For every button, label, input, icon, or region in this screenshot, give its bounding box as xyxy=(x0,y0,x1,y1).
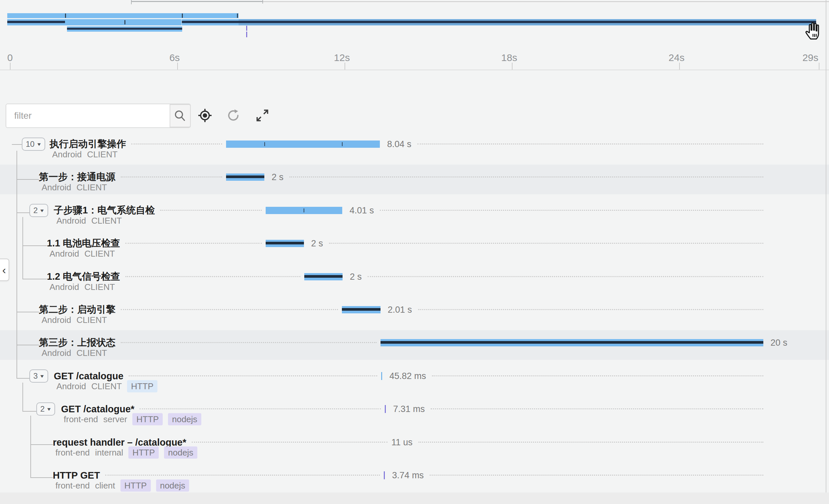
service-name: Android xyxy=(42,183,71,193)
span-duration-label: 2 s xyxy=(311,238,323,249)
span-service-tags: AndroidCLIENT xyxy=(49,249,115,259)
span-operation-name[interactable]: 1.1 电池电压检查 xyxy=(47,237,120,250)
dotted-leader xyxy=(125,276,300,277)
span-duration-bar[interactable] xyxy=(226,141,380,148)
dotted-leader xyxy=(368,276,763,277)
span-row[interactable]: 3▼GET /catalogueAndroidCLIENTHTTP45.82 m… xyxy=(0,365,829,398)
dotted-leader xyxy=(105,475,380,476)
dotted-leader xyxy=(121,342,376,343)
span-micro-bar[interactable] xyxy=(384,471,385,479)
tree-branch-line xyxy=(16,312,39,312)
span-duration-label: 20 s xyxy=(770,338,787,348)
span-duration-bar[interactable] xyxy=(304,273,343,280)
span-service-tags: AndroidCLIENT xyxy=(42,348,107,358)
collapse-children-chip[interactable]: 2▼ xyxy=(36,402,55,416)
bar-child-boundary-tick xyxy=(342,142,343,146)
tree-branch-line xyxy=(16,378,29,379)
dotted-leader xyxy=(125,243,262,244)
dotted-leader xyxy=(418,309,763,310)
tree-branch-line xyxy=(23,245,47,246)
dotted-leader xyxy=(418,144,763,145)
span-micro-bar[interactable] xyxy=(381,372,382,380)
span-operation-name[interactable]: 第三步：上报状态 xyxy=(39,336,115,349)
span-service-tags: AndroidCLIENT xyxy=(49,282,115,292)
collapse-panel-button[interactable]: ‹ xyxy=(0,259,9,281)
bar-child-boundary-tick xyxy=(303,208,304,212)
span-service-tags: AndroidCLIENTHTTP xyxy=(57,380,157,392)
dotted-leader xyxy=(430,475,763,476)
right-edge-border xyxy=(826,0,826,493)
tree-guideline xyxy=(23,217,23,279)
tag-badge: HTTP xyxy=(127,380,157,392)
service-name: Android xyxy=(49,249,79,259)
tree-guideline xyxy=(23,383,23,411)
chevron-left-icon: ‹ xyxy=(2,264,6,276)
dotted-leader xyxy=(160,210,262,211)
collapse-children-chip[interactable]: 3▼ xyxy=(29,370,48,383)
span-duration-label: 2.01 s xyxy=(388,305,412,315)
span-service-tags: front-endclientHTTPnodejs xyxy=(56,479,189,492)
chevron-down-icon: ▼ xyxy=(46,407,52,412)
dotted-leader xyxy=(431,409,763,409)
span-row[interactable]: 2▼GET /catalogue*front-endserverHTTPnode… xyxy=(0,398,829,431)
span-duration-bar[interactable] xyxy=(266,207,342,214)
span-row[interactable]: request handler – /catalogue*front-endin… xyxy=(0,432,829,465)
span-operation-name[interactable]: 第二步：启动引擎 xyxy=(39,303,115,316)
span-duration-bar[interactable] xyxy=(226,173,264,181)
span-service-tags: front-endserverHTTPnodejs xyxy=(64,413,201,426)
chip-count: 2 xyxy=(33,206,38,215)
service-name: CLIENT xyxy=(84,249,115,259)
span-duration-bar[interactable] xyxy=(342,306,380,313)
service-name: internal xyxy=(95,448,123,458)
tag-badge: nodejs xyxy=(164,447,197,459)
span-row[interactable]: 1.2 电气信号检查AndroidCLIENT2 s xyxy=(0,266,829,299)
dotted-leader xyxy=(140,409,381,409)
chevron-down-icon: ▼ xyxy=(36,142,42,147)
tag-badge: nodejs xyxy=(168,413,201,426)
tag-badge: nodejs xyxy=(156,479,189,492)
span-row[interactable]: 第三步：上报状态AndroidCLIENT20 s xyxy=(0,332,829,365)
service-name: CLIENT xyxy=(77,183,107,193)
dotted-leader xyxy=(380,210,763,211)
bottom-strip xyxy=(0,493,829,504)
tag-badge: HTTP xyxy=(132,413,163,426)
chip-count: 2 xyxy=(40,404,44,414)
span-duration-label: 45.82 ms xyxy=(389,371,426,381)
span-duration-label: 4.01 s xyxy=(350,205,374,216)
span-duration-label: 7.31 ms xyxy=(393,404,425,414)
span-duration-bar[interactable] xyxy=(266,240,304,247)
dotted-leader xyxy=(419,442,763,443)
span-row[interactable]: 第一步：接通电源AndroidCLIENT2 s xyxy=(0,166,829,200)
collapse-children-chip[interactable]: 2▼ xyxy=(29,204,48,217)
span-row[interactable]: 2▼子步骤1：电气系统自检AndroidCLIENT4.01 s xyxy=(0,200,829,233)
tree-branch-line xyxy=(12,144,22,145)
tree-branch-line xyxy=(23,411,36,412)
service-name: front-end xyxy=(56,448,90,458)
span-row[interactable]: 第二步：启动引擎AndroidCLIENT2.01 s xyxy=(0,299,829,332)
span-row[interactable]: 10▼执行启动引擎操作AndroidCLIENT8.04 s xyxy=(0,133,829,166)
span-micro-bar[interactable] xyxy=(385,405,386,413)
tree-branch-line xyxy=(16,212,29,213)
span-duration-bar[interactable] xyxy=(381,339,763,346)
span-operation-name[interactable]: 1.2 电气信号检查 xyxy=(47,270,120,283)
span-operation-name[interactable]: 第一步：接通电源 xyxy=(39,170,115,184)
service-name: CLIENT xyxy=(87,149,117,160)
span-operation-name[interactable]: 执行启动引擎操作 xyxy=(49,138,126,151)
dotted-leader xyxy=(121,177,222,178)
service-name: front-end xyxy=(64,414,98,425)
service-name: Android xyxy=(52,149,82,160)
span-operation-name[interactable]: 子步骤1：电气系统自检 xyxy=(54,204,155,217)
dotted-leader xyxy=(289,177,763,178)
span-rows-container: 10▼执行启动引擎操作AndroidCLIENT8.04 s第一步：接通电源An… xyxy=(0,0,829,504)
chip-count: 10 xyxy=(26,140,35,149)
service-name: server xyxy=(103,414,127,425)
span-service-tags: AndroidCLIENT xyxy=(52,149,117,160)
tag-badge: HTTP xyxy=(129,447,159,459)
dotted-leader xyxy=(129,375,377,376)
chip-count: 3 xyxy=(33,372,38,381)
tree-branch-line xyxy=(30,444,53,445)
collapse-children-chip[interactable]: 10▼ xyxy=(22,138,45,151)
service-name: Android xyxy=(57,381,86,391)
span-row[interactable]: 1.1 电池电压检查AndroidCLIENT2 s xyxy=(0,233,829,266)
span-duration-label: 11 us xyxy=(391,437,412,448)
